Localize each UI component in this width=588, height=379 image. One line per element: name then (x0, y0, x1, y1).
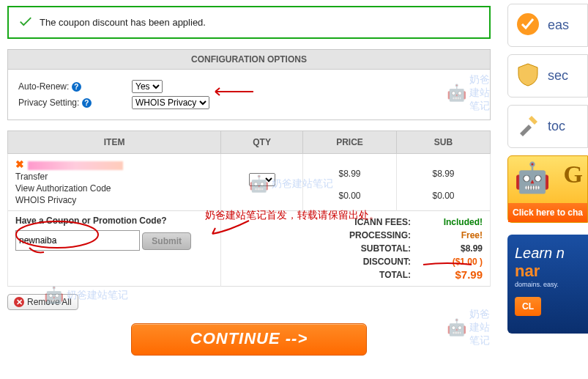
watermark: 🤖奶爸建站笔记 (249, 174, 333, 194)
coupon-applied-alert: The coupon discount has been applied. (7, 6, 491, 39)
line-auth-code: View Authorization Code (15, 183, 213, 194)
privacy-setting-select[interactable]: WHOIS Privacy (132, 96, 209, 109)
discount-label: DISCOUNT: (316, 255, 411, 268)
learn-brand: nar (515, 262, 581, 281)
annotation-arrow (211, 87, 255, 97)
learn-title: Learn n (515, 245, 581, 262)
th-sub: SUB (396, 131, 490, 154)
sidebar-item-tools[interactable]: toc (507, 105, 588, 148)
sidebar-item-label: sec (548, 68, 568, 84)
annotation-arrow (206, 218, 250, 238)
promo-mascot: 🤖 (514, 161, 551, 195)
total-value: $7.99 (424, 268, 483, 282)
annotation-underline (422, 260, 473, 269)
remove-icon: ✕ (14, 297, 24, 307)
subtotal-value: $8.99 (424, 242, 483, 255)
tools-icon (516, 113, 540, 140)
sub-whois: $0.00 (404, 191, 483, 201)
check-icon (18, 13, 34, 32)
learn-cta-button[interactable]: CL (515, 297, 541, 316)
line-transfer: Transfer (15, 171, 213, 183)
th-price: PRICE (302, 131, 396, 154)
remove-item-icon[interactable]: ✖ (15, 158, 24, 170)
promo-big-letter: G (564, 161, 583, 188)
promo-cta[interactable]: Click here to cha (508, 203, 587, 222)
watermark: 🤖奶爸建站笔记 (447, 308, 498, 347)
th-item: ITEM (8, 131, 221, 154)
sidebar-item-easy[interactable]: eas (507, 4, 588, 47)
help-icon[interactable]: ? (72, 82, 81, 92)
alert-text: The coupon discount has been applied. (40, 17, 206, 28)
config-title: CONFIGURATION OPTIONS (8, 50, 490, 70)
continue-button[interactable]: CONTINUE --> (131, 323, 367, 356)
annotation-circle (15, 220, 106, 255)
sidebar-item-secure[interactable]: sec (507, 54, 588, 97)
help-icon[interactable]: ? (82, 98, 92, 108)
sidebar-item-label: eas (548, 18, 569, 33)
learn-more-banner[interactable]: Learn n nar domains. easy. CL (507, 235, 588, 334)
auto-renew-select[interactable]: Yes (132, 80, 163, 93)
th-qty: QTY (221, 131, 303, 154)
watermark: 🤖奶爸建站笔记 (44, 286, 128, 305)
shield-icon (516, 62, 540, 89)
processing-label: PROCESSING: (316, 229, 411, 242)
learn-sub: domains. easy. (515, 281, 581, 288)
sidebar-item-label: toc (548, 119, 565, 134)
total-label: TOTAL: (316, 268, 411, 282)
sub-transfer: $8.99 (404, 169, 483, 179)
check-circle-icon (516, 12, 540, 39)
promo-banner[interactable]: 🤖 G Click here to cha (507, 155, 588, 223)
subtotal-label: SUBTOTAL: (316, 242, 411, 255)
svg-point-0 (16, 221, 98, 248)
processing-value: Free! (424, 229, 483, 242)
privacy-setting-label: Privacy Setting: (18, 97, 79, 108)
coupon-submit-button[interactable]: Submit (142, 232, 191, 250)
watermark: 🤖奶爸建站笔记 (447, 73, 498, 113)
auto-renew-label: Auto-Renew: (18, 81, 69, 92)
line-whois: WHOIS Privacy (15, 194, 213, 206)
icann-value: Included! (424, 216, 483, 229)
redacted-domain (28, 161, 123, 170)
config-panel: CONFIGURATION OPTIONS Auto-Renew: ? Yes … (7, 49, 491, 120)
